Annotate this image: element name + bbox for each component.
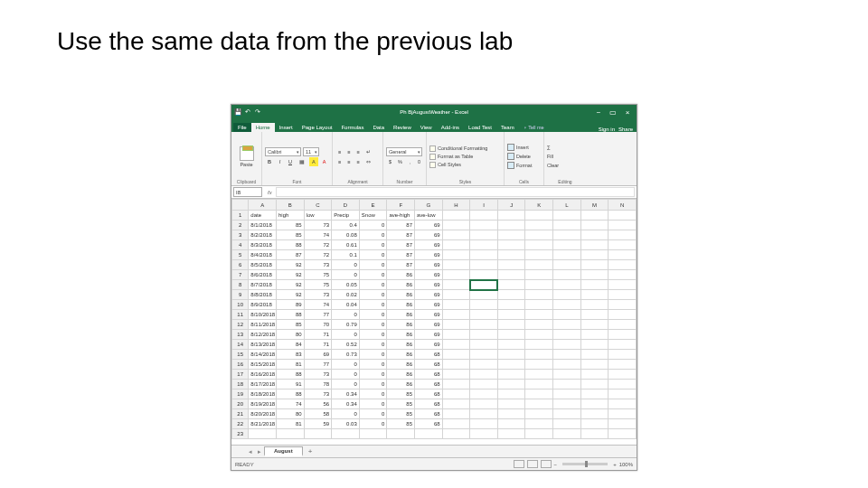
cell[interactable]: 73 — [304, 290, 332, 300]
row-header-13[interactable]: 13 — [232, 330, 249, 340]
cell[interactable] — [553, 380, 581, 389]
cell[interactable]: 0.03 — [332, 419, 360, 429]
cell[interactable] — [470, 280, 498, 290]
cell[interactable] — [470, 360, 498, 370]
cell[interactable] — [580, 320, 609, 330]
undo-icon[interactable]: ↶ — [244, 108, 251, 116]
cell[interactable] — [580, 260, 609, 270]
clear-button[interactable]: Clear — [547, 162, 583, 170]
row-header-5[interactable]: 5 — [232, 250, 249, 260]
cell[interactable] — [470, 320, 498, 330]
cell[interactable] — [580, 310, 609, 320]
cell[interactable] — [609, 211, 637, 221]
cell[interactable]: 69 — [415, 240, 443, 250]
row-header-2[interactable]: 2 — [232, 221, 249, 230]
cell[interactable] — [580, 419, 609, 429]
row-header-21[interactable]: 21 — [232, 409, 249, 419]
cell[interactable]: 0 — [359, 300, 387, 310]
cell[interactable]: 0 — [359, 380, 387, 389]
cell[interactable]: 0 — [359, 330, 387, 340]
cell[interactable] — [525, 380, 553, 389]
cell[interactable] — [580, 211, 609, 221]
cell[interactable] — [580, 429, 609, 439]
cell[interactable] — [580, 389, 609, 399]
cell[interactable]: 0 — [359, 389, 387, 399]
paste-button[interactable]: Paste — [240, 146, 254, 167]
cell[interactable] — [553, 350, 581, 360]
cell[interactable]: 69 — [415, 290, 443, 300]
cell[interactable]: 77 — [304, 360, 332, 370]
cell[interactable]: 0.61 — [332, 240, 360, 250]
row-header-22[interactable]: 22 — [232, 419, 249, 429]
row-header-18[interactable]: 18 — [232, 380, 249, 389]
cell[interactable] — [553, 250, 581, 260]
cell[interactable] — [525, 399, 553, 409]
cell[interactable]: 69 — [415, 221, 443, 230]
font-size-combo[interactable]: 11 — [303, 147, 319, 156]
col-header-I[interactable]: I — [470, 200, 498, 211]
cell[interactable]: 8/19/2018 — [249, 399, 277, 409]
cell[interactable] — [609, 399, 637, 409]
cell[interactable]: 87 — [387, 221, 415, 230]
cell[interactable]: low — [304, 211, 332, 221]
col-header-F[interactable]: F — [387, 200, 415, 211]
cell[interactable]: 8/21/2018 — [249, 419, 277, 429]
cell[interactable] — [442, 419, 470, 429]
cell[interactable] — [497, 290, 525, 300]
cell[interactable]: 71 — [304, 330, 332, 340]
row-header-7[interactable]: 7 — [232, 270, 249, 280]
cell[interactable] — [580, 230, 609, 240]
col-header-J[interactable]: J — [497, 200, 525, 211]
cell[interactable]: 87 — [276, 250, 304, 260]
cell[interactable] — [497, 270, 525, 280]
cell[interactable] — [497, 320, 525, 330]
redo-icon[interactable]: ↷ — [254, 108, 261, 116]
cell[interactable]: 0 — [359, 409, 387, 419]
cell[interactable]: 68 — [415, 360, 443, 370]
cell[interactable]: 74 — [304, 230, 332, 240]
cell[interactable]: 0 — [359, 221, 387, 230]
tab-home[interactable]: Home — [251, 123, 275, 132]
cell[interactable]: 8/4/2018 — [249, 250, 277, 260]
add-sheet-button[interactable]: + — [303, 447, 318, 455]
view-layout-button[interactable] — [527, 460, 538, 468]
cell[interactable]: 69 — [415, 340, 443, 350]
tab-formulas[interactable]: Formulas — [336, 123, 368, 132]
cell[interactable] — [553, 340, 581, 350]
align-middle-button[interactable]: ≡ — [344, 147, 353, 156]
cell[interactable] — [580, 290, 609, 300]
cell[interactable] — [442, 330, 470, 340]
cell[interactable] — [525, 320, 553, 330]
cell[interactable] — [442, 260, 470, 270]
cell[interactable] — [553, 389, 581, 399]
delete-cells-button[interactable]: Delete — [507, 153, 541, 161]
cell[interactable] — [497, 419, 525, 429]
cell[interactable] — [580, 340, 609, 350]
cell[interactable]: 0.79 — [332, 320, 360, 330]
cell[interactable] — [525, 310, 553, 320]
worksheet-grid[interactable]: ABCDEFGHIJKLMN1datehighlowPrecipSnowave-… — [231, 199, 637, 445]
col-header-M[interactable]: M — [580, 200, 609, 211]
tab-file[interactable]: File — [233, 123, 251, 132]
cell[interactable]: 69 — [415, 280, 443, 290]
wrap-text-button[interactable]: ↵ — [363, 147, 373, 156]
cell[interactable] — [580, 380, 609, 389]
cell[interactable]: 69 — [415, 260, 443, 270]
cell[interactable]: 0.34 — [332, 389, 360, 399]
cell[interactable]: ave-low — [415, 211, 443, 221]
view-normal-button[interactable] — [514, 460, 524, 468]
cell[interactable]: 0.34 — [332, 399, 360, 409]
cell[interactable] — [580, 240, 609, 250]
cell[interactable]: 0 — [332, 370, 360, 380]
cell[interactable] — [580, 409, 609, 419]
cell[interactable]: 86 — [387, 290, 415, 300]
cell[interactable]: 92 — [276, 270, 304, 280]
cell[interactable]: 71 — [304, 340, 332, 350]
cell[interactable] — [442, 300, 470, 310]
col-header-G[interactable]: G — [415, 200, 443, 211]
cell[interactable] — [497, 310, 525, 320]
cell[interactable] — [442, 429, 470, 439]
align-left-button[interactable]: ≡ — [335, 157, 344, 166]
cell[interactable] — [497, 260, 525, 270]
cell[interactable]: 0 — [332, 270, 360, 280]
